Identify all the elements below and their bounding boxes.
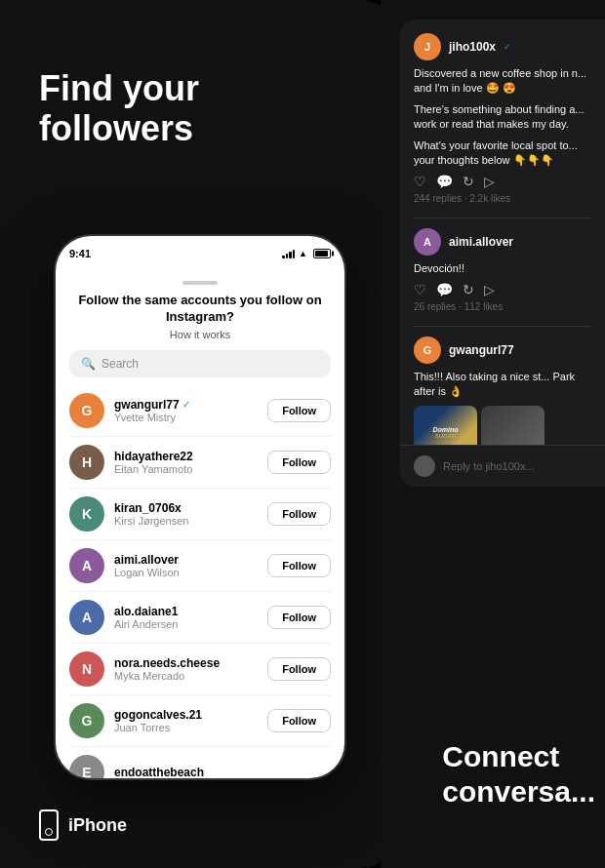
follow-button[interactable]: Follow bbox=[267, 399, 331, 422]
user-item: G gwangurl77 ✓ Yvette Mistry Follow bbox=[69, 385, 331, 437]
bottom-label: iPhone bbox=[39, 809, 127, 841]
username-label: gogoncalves.21 bbox=[114, 708, 202, 722]
user-item: H hidayathere22 Eitan Yamamoto Follow bbox=[69, 437, 331, 489]
username-label: alo.daiane1 bbox=[114, 605, 178, 618]
user-info: gogoncalves.21 Juan Torres bbox=[114, 708, 267, 733]
phone-time: 9:41 bbox=[69, 248, 91, 259]
share-icon-c1[interactable]: ▷ bbox=[484, 282, 495, 297]
phone-inner: Follow the same accounts you follow on I… bbox=[56, 271, 344, 778]
comment-1-avatar: A bbox=[414, 228, 441, 256]
user-item: G gogoncalves.21 Juan Torres Follow bbox=[69, 695, 331, 747]
follow-button[interactable]: Follow bbox=[267, 554, 331, 577]
comment-2: G gwangurl77 This!!! Also taking a nice … bbox=[414, 336, 591, 459]
main-post-actions: ♡ 💬 ↻ ▷ bbox=[414, 174, 591, 189]
user-avatar: A bbox=[69, 548, 104, 583]
headline: Find your followers bbox=[39, 68, 254, 149]
main-post: J jiho100x ✓ Discovered a new coffee sho… bbox=[414, 33, 591, 204]
user-item: K kiran_0706x Kirsi Jørgensen Follow bbox=[69, 489, 331, 540]
connect-text: Connectconversa... bbox=[442, 739, 595, 809]
username-label: hidayathere22 bbox=[114, 450, 193, 463]
main-post-user-row: J jiho100x ✓ bbox=[414, 33, 591, 60]
comment-icon-c1[interactable]: 💬 bbox=[436, 282, 453, 297]
phone-icons: ▲ bbox=[282, 249, 331, 258]
reply-input[interactable]: Reply to jiho100x... bbox=[443, 460, 591, 472]
user-info: gwangurl77 ✓ Yvette Mistry bbox=[114, 398, 267, 423]
phone-subtext: How it works bbox=[69, 329, 331, 340]
share-icon[interactable]: ▷ bbox=[484, 174, 495, 189]
phone-header-text: Follow the same accounts you follow on I… bbox=[69, 293, 331, 326]
divider-1 bbox=[414, 217, 591, 218]
follow-button[interactable]: Follow bbox=[267, 606, 331, 629]
main-post-line1: Discovered a new coffee shop in n... and… bbox=[414, 66, 591, 97]
comment-1-username: aimi.allover bbox=[449, 235, 513, 249]
search-icon: 🔍 bbox=[81, 357, 96, 371]
user-info: kiran_0706x Kirsi Jørgensen bbox=[114, 501, 267, 527]
comment-1: A aimi.allover Devoción!! ♡ 💬 ↻ ▷ 26 rep… bbox=[414, 228, 591, 312]
user-avatar: E bbox=[69, 755, 104, 778]
left-panel: Find your followers 9:41 ▲ Follow the sa… bbox=[0, 0, 400, 868]
user-item: E endoatthebeach bbox=[69, 747, 331, 778]
username-label: gwangurl77 bbox=[114, 398, 180, 412]
phone-mockup: 9:41 ▲ Follow the same accounts you foll… bbox=[54, 234, 346, 780]
reply-bar[interactable]: Reply to jiho100x... bbox=[400, 445, 605, 487]
verified-icon: ✓ bbox=[504, 42, 511, 52]
user-item: N nora.needs.cheese Myka Mercado Follow bbox=[69, 644, 331, 695]
real-name-label: Yvette Mistry bbox=[114, 412, 267, 423]
user-info: endoatthebeach bbox=[114, 766, 331, 778]
username-label: nora.needs.cheese bbox=[114, 656, 220, 670]
scroll-handle bbox=[182, 281, 218, 285]
follow-button[interactable]: Follow bbox=[267, 709, 331, 732]
repost-icon[interactable]: ↻ bbox=[463, 174, 474, 189]
battery-icon bbox=[313, 249, 331, 258]
repost-icon-c1[interactable]: ↻ bbox=[463, 282, 474, 297]
follow-button[interactable]: Follow bbox=[267, 657, 331, 681]
user-avatar: A bbox=[69, 600, 104, 635]
phone-content: Follow the same accounts you follow on I… bbox=[56, 293, 344, 778]
right-panel: J jiho100x ✓ Discovered a new coffee sho… bbox=[381, 0, 605, 868]
user-info: nora.needs.cheese Myka Mercado bbox=[114, 656, 267, 682]
real-name-label: Myka Mercado bbox=[114, 670, 267, 682]
user-avatar: H bbox=[69, 445, 104, 480]
username-label: kiran_0706x bbox=[114, 501, 182, 515]
status-bar: 9:41 ▲ bbox=[56, 236, 344, 271]
username-label: endoatthebeach bbox=[114, 766, 204, 778]
user-avatar: G bbox=[69, 393, 104, 428]
main-post-username: jiho100x bbox=[449, 40, 496, 54]
search-box[interactable]: 🔍 Search bbox=[69, 350, 331, 377]
comment-1-meta: 26 replies · 112 likes bbox=[414, 301, 591, 312]
comment-2-avatar: G bbox=[414, 336, 441, 364]
comment-1-actions: ♡ 💬 ↻ ▷ bbox=[414, 282, 591, 297]
search-placeholder: Search bbox=[101, 357, 139, 371]
real-name-label: Eitan Yamamoto bbox=[114, 463, 267, 475]
heart-icon[interactable]: ♡ bbox=[414, 174, 426, 189]
user-info: aimi.allover Logan Wilson bbox=[114, 553, 267, 578]
real-name-label: Airi Andersen bbox=[114, 618, 267, 630]
comment-2-text: This!!! Also taking a nice st... Park af… bbox=[414, 370, 591, 400]
reply-avatar bbox=[414, 455, 435, 477]
real-name-label: Juan Torres bbox=[114, 722, 267, 733]
user-avatar: G bbox=[69, 703, 104, 738]
follow-button[interactable]: Follow bbox=[267, 502, 331, 526]
iphone-icon bbox=[39, 809, 59, 841]
heart-icon-c1[interactable]: ♡ bbox=[414, 282, 426, 297]
main-post-avatar: J bbox=[414, 33, 441, 60]
main-post-meta: 244 replies · 2.2k likes bbox=[414, 193, 591, 204]
user-avatar: K bbox=[69, 496, 104, 532]
divider-2 bbox=[414, 326, 591, 327]
user-avatar: N bbox=[69, 651, 104, 687]
main-post-line2: There's something about finding a... wor… bbox=[414, 102, 591, 133]
real-name-label: Logan Wilson bbox=[114, 567, 267, 578]
username-label: aimi.allover bbox=[114, 553, 179, 567]
thread-card: J jiho100x ✓ Discovered a new coffee sho… bbox=[400, 20, 605, 487]
signal-icon bbox=[282, 249, 295, 258]
follow-button[interactable]: Follow bbox=[267, 451, 331, 474]
real-name-label: Kirsi Jørgensen bbox=[114, 515, 267, 527]
verified-badge: ✓ bbox=[182, 399, 190, 410]
iphone-label-text: iPhone bbox=[68, 815, 127, 836]
wifi-icon: ▲ bbox=[299, 249, 307, 258]
comment-2-user-row: G gwangurl77 bbox=[414, 336, 591, 364]
user-item: A alo.daiane1 Airi Andersen Follow bbox=[69, 592, 331, 644]
user-list: G gwangurl77 ✓ Yvette Mistry Follow H hi… bbox=[69, 385, 331, 778]
comment-icon[interactable]: 💬 bbox=[436, 174, 453, 189]
comment-1-user-row: A aimi.allover bbox=[414, 228, 591, 256]
